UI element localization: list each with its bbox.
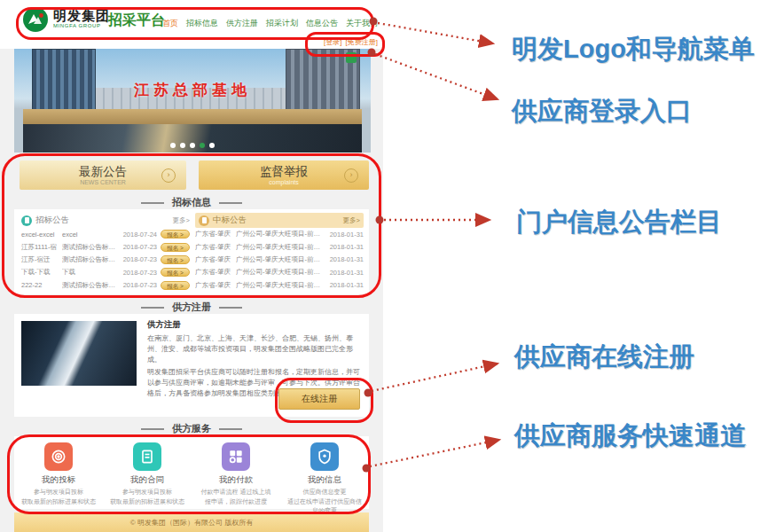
list-item[interactable]: 222-22 测试招标公告标题222 2018-07-23 报名 > <box>21 279 190 292</box>
logo[interactable]: 明发集团 MINGFA GROUP <box>23 7 110 32</box>
more-link[interactable]: 更多> <box>173 216 190 225</box>
nav-item-announcements[interactable]: 信息公告 <box>306 18 338 29</box>
win-announcement-list: 中标公告 更多> 广东省-肇庆 广州公司-肇庆大旺项目-前策定位... 2018… <box>195 213 364 292</box>
service-desc: 报申请，跟踪付款进度 <box>192 497 280 505</box>
item-name: excel-excel <box>21 231 62 239</box>
handshake-photo <box>21 321 137 386</box>
section-title-text: 供方注册 <box>172 301 211 314</box>
item-date: 2018-07-23 <box>119 269 157 277</box>
carousel-dot-active[interactable] <box>200 143 205 148</box>
win-list-header: 中标公告 更多> <box>195 213 364 228</box>
item-date: 2018-01-31 <box>325 281 364 289</box>
sign-up-button[interactable]: 报名 > <box>161 243 190 252</box>
register-heading: 供方注册 <box>147 319 360 331</box>
online-register-button[interactable]: 在线注册 <box>278 388 360 410</box>
list-item[interactable]: 江苏-宿迁 测试招标公告标题附件 2018-07-23 报名 > <box>21 254 190 266</box>
sign-up-button[interactable]: 报名 > <box>161 255 190 264</box>
dash-decoration <box>141 428 164 430</box>
bid-list-header: 招标公告 更多> <box>21 213 190 228</box>
service-desc: 供应商信息变更 <box>280 488 369 496</box>
copyright-footer: © 明发集团（国际）有限公司 版权所有 <box>14 512 369 532</box>
win-list-title: 中标公告 <box>213 215 247 226</box>
mingfa-logo-icon <box>23 7 48 32</box>
sign-up-button[interactable]: 报名 > <box>161 268 190 277</box>
sign-up-button[interactable]: 报名 > <box>161 230 190 239</box>
service-title: 我的信息 <box>280 474 369 486</box>
login-area: [登录] [免费注册] <box>324 37 378 47</box>
carousel-dot[interactable] <box>190 143 195 148</box>
annotation-label-logo-nav: 明发Logo和导航菜单 <box>512 32 755 67</box>
nav-item-procurement-plan[interactable]: 招采计划 <box>266 18 298 29</box>
list-item[interactable]: 下载-下载 下载 2018-07-23 报名 > <box>21 266 190 278</box>
item-name: 广东省-肇庆 <box>195 243 236 252</box>
nav-item-home[interactable]: 首页 <box>162 18 178 29</box>
item-title: 广州公司-肇庆大旺项目-前策定位... <box>236 230 325 239</box>
service-item-my-info[interactable]: 我的信息 供应商信息变更 通过在线申请进行供应商信息的变更 <box>280 436 369 509</box>
platform-title: 招采平台 <box>108 12 165 30</box>
service-desc: 付款申请流程 通过线上填 <box>192 488 280 496</box>
item-date: 2018-01-31 <box>325 269 364 277</box>
annotation-arrow-4 <box>372 364 498 391</box>
list-item[interactable]: 广东省-肇庆 广州公司-肇庆大旺项目-前策定位... 2018-01-31 <box>195 266 364 278</box>
portal-screenshot: 明发集团 MINGFA GROUP 招采平台 首页 招标信息 供方注册 招采计划… <box>0 0 383 532</box>
item-name: 广东省-肇庆 <box>195 230 236 239</box>
item-title: 测试招标公告标题222 <box>62 281 119 290</box>
item-title: 广州公司-肇庆大旺项目-前策定位... <box>236 243 325 252</box>
register-paragraph-1: 在南京、厦门、北京、上海、天津、长沙、合肥、无锡、扬州、泰州、淮安、成都等城市投… <box>147 333 360 365</box>
document-circle-icon <box>21 215 32 226</box>
dash-decoration <box>219 428 242 430</box>
annotation-label-announcements: 门户信息公告栏目 <box>516 205 722 240</box>
item-date: 2018-01-31 <box>325 231 364 239</box>
list-item[interactable]: 广东省-肇庆 广州公司-肇庆大旺项目-前策定位... 2018-01-31 <box>195 279 364 292</box>
nav-item-supplier-register[interactable]: 供方注册 <box>226 18 258 29</box>
list-item[interactable]: 广东省-肇庆 广州公司-肇庆大旺项目-前策定位... 2018-01-31 <box>195 240 364 253</box>
banner-caption: 江苏总部基地 <box>14 80 371 100</box>
service-item-my-contracts[interactable]: 我的合同 参与明发项目投标 获取最新的招标进展和状态 <box>103 436 192 509</box>
item-name: 广东省-肇庆 <box>195 255 236 264</box>
item-name: 广东省-肇庆 <box>195 281 236 290</box>
document-circle-icon <box>199 215 209 226</box>
more-link[interactable]: 更多> <box>343 216 360 225</box>
item-date: 2018-07-24 <box>119 231 157 239</box>
service-desc: 获取最新的招标进展和状态 <box>103 497 192 505</box>
annotation-label-online-register: 供应商在线注册 <box>514 340 694 375</box>
login-link[interactable]: [登录] <box>324 37 341 47</box>
section-title-tenders: 招标信息 <box>0 196 383 209</box>
list-item[interactable]: 广东省-肇庆 广州公司-肇庆大旺项目-前策定位... 2018-01-31 <box>195 228 364 240</box>
annotation-label-services: 供应商服务快速通道 <box>514 419 746 454</box>
annotation-arrow-1 <box>378 23 493 43</box>
item-title: excel <box>62 231 119 239</box>
banner-carousel[interactable]: 江苏总部基地 <box>14 49 371 153</box>
nav-item-about-us[interactable]: 关于我们 <box>346 18 378 29</box>
list-item[interactable]: 江苏1111-宿 测试招标公告标题1111 2018-07-23 报名 > <box>21 240 190 253</box>
nav-item-tender-info[interactable]: 招标信息 <box>186 18 218 29</box>
shield-icon <box>310 442 339 471</box>
contract-icon <box>133 442 161 471</box>
service-item-my-payments[interactable]: 我的付款 付款申请流程 通过线上填 报申请，跟踪付款进度 <box>192 436 280 509</box>
list-item[interactable]: 广东省-肇庆 广州公司-肇庆大旺项目-前策定位... 2018-01-31 <box>195 254 364 266</box>
sign-up-button[interactable]: 报名 > <box>161 281 190 290</box>
carousel-dot[interactable] <box>170 143 176 148</box>
news-center-title: 最新公告 <box>79 165 127 178</box>
service-desc: 获取最新的招标进展和状态 <box>14 497 103 505</box>
item-name: 江苏1111-宿 <box>21 243 62 252</box>
annotation-label-login: 供应商登录入口 <box>512 94 692 129</box>
item-name: 广东省-肇庆 <box>195 268 236 277</box>
item-date: 2018-01-31 <box>325 255 364 263</box>
free-register-link[interactable]: [免费注册] <box>346 37 378 47</box>
complaints-title: 监督举报 <box>260 165 308 178</box>
section-title-text: 招标信息 <box>172 196 211 209</box>
list-item[interactable]: excel-excel excel 2018-07-24 报名 > <box>21 228 190 240</box>
service-title: 我的合同 <box>103 474 192 486</box>
section-title-register: 供方注册 <box>0 301 383 314</box>
item-title: 下载 <box>62 268 119 277</box>
item-date: 2018-01-31 <box>325 243 364 251</box>
item-date: 2018-07-23 <box>119 255 157 263</box>
section-title-services: 供方服务 <box>0 422 383 435</box>
service-item-my-bids[interactable]: 我的投标 参与明发项目投标 获取最新的招标进展和状态 <box>14 436 103 509</box>
carousel-dot[interactable] <box>209 143 215 148</box>
complaints-button[interactable]: 监督举报 complaints › <box>199 160 369 190</box>
carousel-dot[interactable] <box>180 143 185 148</box>
service-title: 我的投标 <box>14 474 103 486</box>
news-center-button[interactable]: 最新公告 NEWS CENTER › <box>20 160 186 190</box>
